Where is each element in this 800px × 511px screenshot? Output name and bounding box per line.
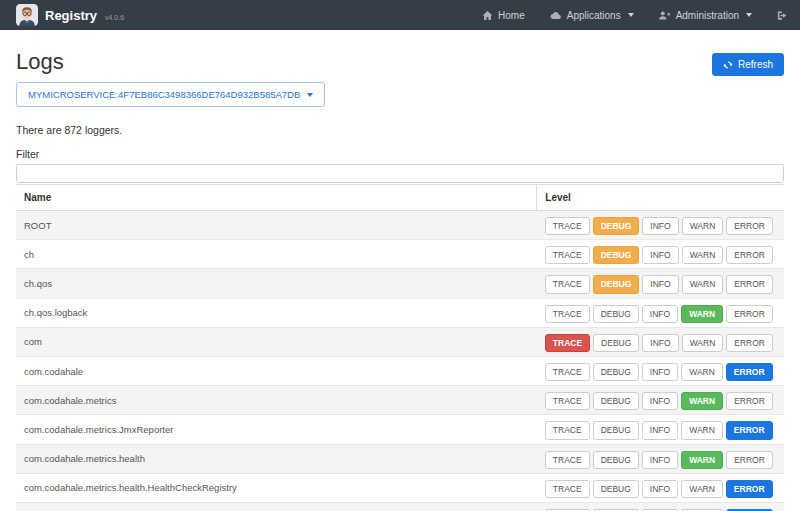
nav-item-label: Administration: [676, 10, 739, 21]
level-button-debug[interactable]: DEBUG: [593, 217, 640, 235]
nav-item-administration[interactable]: Administration: [658, 10, 752, 21]
nav-item-label: Home: [498, 10, 525, 21]
level-button-trace[interactable]: TRACE: [545, 421, 590, 439]
level-button-warn[interactable]: WARN: [682, 275, 724, 293]
logger-name: ch: [16, 240, 537, 269]
level-button-info[interactable]: INFO: [642, 480, 678, 498]
level-button-trace[interactable]: TRACE: [545, 451, 590, 469]
filter-input[interactable]: [16, 164, 784, 183]
logger-level-buttons: TRACEDEBUGINFOWARNERROR: [537, 356, 784, 385]
nav-links: Home Applications Administration: [482, 10, 788, 21]
level-button-error[interactable]: ERROR: [726, 480, 773, 498]
loggers-table: Name Level ROOTTRACEDEBUGINFOWARNERRORch…: [16, 184, 784, 511]
level-button-warn[interactable]: WARN: [682, 334, 724, 352]
level-button-error[interactable]: ERROR: [726, 421, 773, 439]
column-header-name: Name: [16, 185, 537, 211]
brand-name: Registry: [45, 8, 97, 23]
level-button-info[interactable]: INFO: [642, 217, 678, 235]
sign-out-button[interactable]: [776, 10, 788, 21]
level-button-info[interactable]: INFO: [642, 363, 678, 381]
level-button-error[interactable]: ERROR: [726, 246, 773, 264]
logger-name: ROOT: [16, 211, 537, 240]
level-button-trace[interactable]: TRACE: [545, 392, 590, 410]
logger-level-buttons: TRACEDEBUGINFOWARNERROR: [537, 473, 784, 502]
level-button-info[interactable]: INFO: [642, 334, 678, 352]
cloud-icon: [549, 10, 562, 21]
table-row: chTRACEDEBUGINFOWARNERROR: [16, 240, 784, 269]
level-button-error[interactable]: ERROR: [726, 305, 773, 323]
level-button-info[interactable]: INFO: [642, 246, 678, 264]
level-button-warn[interactable]: WARN: [682, 217, 724, 235]
level-button-trace[interactable]: TRACE: [545, 480, 590, 498]
level-button-debug[interactable]: DEBUG: [593, 451, 639, 469]
logger-name: com.codahale.metrics.JmxReporter: [16, 415, 537, 444]
nav-item-label: Applications: [567, 10, 621, 21]
instance-selector-dropdown[interactable]: MYMICROSERVICE:4F7EB86C3498366DE764D932B…: [16, 82, 325, 107]
jhipster-avatar-icon: [16, 4, 38, 26]
logger-level-buttons: TRACEDEBUGINFOWARNERROR: [537, 327, 784, 356]
table-row: com.codahale.metrics.JmxReporterTRACEDEB…: [16, 415, 784, 444]
table-row: com.codahale.metrics.jvmTRACEDEBUGINFOWA…: [16, 502, 784, 511]
loggers-table-body: ROOTTRACEDEBUGINFOWARNERRORchTRACEDEBUGI…: [16, 211, 784, 511]
level-button-error[interactable]: ERROR: [726, 363, 773, 381]
level-button-debug[interactable]: DEBUG: [593, 392, 639, 410]
level-button-warn[interactable]: WARN: [681, 392, 723, 410]
logger-level-buttons: TRACEDEBUGINFOWARNERROR: [537, 415, 784, 444]
level-button-debug[interactable]: DEBUG: [593, 246, 640, 264]
level-button-trace[interactable]: TRACE: [545, 334, 590, 352]
level-button-warn[interactable]: WARN: [681, 421, 723, 439]
level-button-warn[interactable]: WARN: [682, 246, 724, 264]
table-row: ROOTTRACEDEBUGINFOWARNERROR: [16, 211, 784, 240]
nav-item-applications[interactable]: Applications: [549, 10, 634, 21]
brand-version: v4.0.6: [105, 14, 124, 21]
refresh-button-label: Refresh: [738, 59, 773, 70]
level-button-warn[interactable]: WARN: [681, 480, 723, 498]
logger-level-buttons: TRACEDEBUGINFOWARNERROR: [537, 502, 784, 511]
logger-name: ch.qos: [16, 269, 537, 298]
level-button-trace[interactable]: TRACE: [545, 217, 590, 235]
level-button-debug[interactable]: DEBUG: [593, 334, 639, 352]
level-button-trace[interactable]: TRACE: [545, 275, 590, 293]
top-navbar: Registry v4.0.6 Home Applications Admini…: [0, 0, 800, 30]
level-button-debug[interactable]: DEBUG: [593, 305, 639, 323]
logger-name: com: [16, 327, 537, 356]
level-button-trace[interactable]: TRACE: [545, 363, 590, 381]
brand[interactable]: Registry v4.0.6: [16, 4, 124, 26]
nav-item-home[interactable]: Home: [482, 10, 525, 21]
instance-selector-label: MYMICROSERVICE:4F7EB86C3498366DE764D932B…: [28, 89, 300, 100]
level-button-debug[interactable]: DEBUG: [593, 480, 639, 498]
home-icon: [482, 10, 493, 21]
logger-level-buttons: TRACEDEBUGINFOWARNERROR: [537, 298, 784, 327]
main-content: Logs Refresh MYMICROSERVICE:4F7EB86C3498…: [0, 51, 800, 511]
loggers-count-text: There are 872 loggers.: [16, 124, 784, 136]
level-button-info[interactable]: INFO: [642, 305, 678, 323]
level-button-error[interactable]: ERROR: [726, 451, 773, 469]
chevron-down-icon: [746, 13, 752, 17]
level-button-info[interactable]: INFO: [642, 421, 678, 439]
table-row: com.codahaleTRACEDEBUGINFOWARNERROR: [16, 356, 784, 385]
logger-name: com.codahale.metrics.health.HealthCheckR…: [16, 473, 537, 502]
level-button-trace[interactable]: TRACE: [545, 305, 590, 323]
logger-level-buttons: TRACEDEBUGINFOWARNERROR: [537, 240, 784, 269]
level-button-info[interactable]: INFO: [642, 275, 678, 293]
level-button-error[interactable]: ERROR: [726, 217, 773, 235]
level-button-trace[interactable]: TRACE: [545, 246, 590, 264]
refresh-button[interactable]: Refresh: [712, 53, 784, 76]
level-button-info[interactable]: INFO: [642, 392, 678, 410]
level-button-info[interactable]: INFO: [642, 451, 678, 469]
table-row: ch.qos.logbackTRACEDEBUGINFOWARNERROR: [16, 298, 784, 327]
logger-level-buttons: TRACEDEBUGINFOWARNERROR: [537, 211, 784, 240]
logger-name: com.codahale.metrics.health: [16, 444, 537, 473]
level-button-warn[interactable]: WARN: [681, 305, 723, 323]
level-button-debug[interactable]: DEBUG: [593, 363, 639, 381]
chevron-down-icon: [307, 93, 313, 97]
level-button-error[interactable]: ERROR: [726, 275, 773, 293]
level-button-warn[interactable]: WARN: [681, 363, 723, 381]
level-button-error[interactable]: ERROR: [726, 334, 773, 352]
user-plus-icon: [658, 10, 671, 21]
level-button-debug[interactable]: DEBUG: [593, 275, 640, 293]
level-button-warn[interactable]: WARN: [681, 451, 723, 469]
logger-level-buttons: TRACEDEBUGINFOWARNERROR: [537, 444, 784, 473]
level-button-error[interactable]: ERROR: [726, 392, 773, 410]
level-button-debug[interactable]: DEBUG: [593, 421, 639, 439]
